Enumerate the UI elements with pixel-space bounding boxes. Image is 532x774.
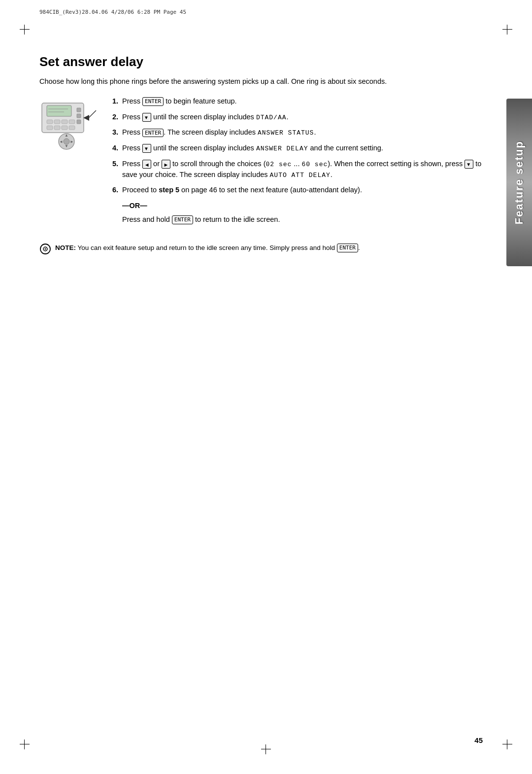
step-5-content: Press ◄ or ► to scroll through the choic… [122, 159, 483, 180]
center-bottom-mark [261, 744, 271, 754]
display-60sec: 60 sec [301, 161, 328, 168]
svg-rect-9 [54, 126, 60, 130]
corner-mark-tl [20, 25, 30, 35]
svg-rect-14 [77, 120, 81, 124]
note-section: NOTE: You can exit feature setup and ret… [39, 243, 394, 255]
svg-rect-6 [62, 120, 67, 124]
enter-key-note: ENTER [337, 244, 358, 252]
step-2-content: Press until the screen display includes … [122, 112, 483, 123]
display-dtad: DTAD/AA [256, 114, 287, 121]
note-label: NOTE: [55, 244, 76, 251]
enter-key-or: ENTER [172, 215, 193, 224]
step-4-number: 4. [108, 143, 118, 154]
or-text: Press and hold ENTER to return to the id… [122, 214, 483, 225]
step5-bold: step 5 [159, 186, 179, 194]
step-6: 6. Proceed to step 5 on page 46 to set t… [108, 185, 483, 196]
step-2: 2. Press until the screen display includ… [108, 112, 483, 123]
svg-rect-13 [77, 114, 81, 118]
right-arrow-btn: ► [162, 160, 170, 169]
svg-rect-8 [47, 126, 53, 130]
corner-mark-bl [20, 739, 30, 749]
down-arrow-btn-2 [142, 113, 151, 122]
down-arrow-btn-5 [465, 160, 473, 169]
svg-rect-5 [54, 120, 60, 124]
steps-list: 1. Press ENTER to begin feature setup. 2… [108, 96, 483, 180]
main-content: Set answer delay Choose how long this ph… [39, 54, 483, 255]
svg-line-22 [89, 110, 96, 118]
phone-image: ▲ ▼ ◄ ► [39, 98, 99, 157]
step-1: 1. Press ENTER to begin feature setup. [108, 96, 483, 107]
step-6-number: 6. [108, 185, 118, 196]
left-arrow-btn: ◄ [142, 160, 151, 169]
step-4-content: Press until the screen display includes … [122, 143, 483, 154]
feature-setup-sidebar: Feature setup [506, 99, 532, 266]
step-3-content: Press ENTER. The screen display includes… [122, 127, 483, 138]
step-5-number: 5. [108, 159, 118, 170]
enter-key-3: ENTER [142, 129, 164, 137]
svg-text:◄: ◄ [59, 140, 63, 144]
step-4: 4. Press until the screen display includ… [108, 143, 483, 154]
intro-text: Choose how long this phone rings before … [39, 76, 394, 87]
display-auto-att-delay: AUTO ATT DELAY [270, 172, 331, 179]
display-answer-status: ANSWER STATUS [258, 129, 314, 137]
step-2-number: 2. [108, 112, 118, 123]
corner-mark-br [502, 739, 512, 749]
page-number: 45 [474, 736, 483, 744]
step-5: 5. Press ◄ or ► to scroll through the ch… [108, 159, 483, 180]
corner-mark-tr [502, 25, 512, 35]
steps-section: 1. Press ENTER to begin feature setup. 2… [108, 96, 483, 233]
svg-point-25 [45, 248, 46, 249]
down-arrow-btn-4 [142, 144, 151, 153]
svg-text:▲: ▲ [65, 133, 68, 138]
file-info: 984CIB_(Rev3)28.04.06 4/28/06 6:28 PM Pa… [39, 9, 186, 15]
step-6-content: Proceed to step 5 on page 46 to set the … [122, 185, 483, 196]
display-02sec: 02 sec [266, 161, 292, 168]
step-1-number: 1. [108, 96, 118, 107]
step-3-number: 3. [108, 127, 118, 138]
svg-rect-4 [47, 120, 53, 124]
svg-rect-10 [62, 126, 67, 130]
content-with-image: ▲ ▼ ◄ ► 1. Pre [39, 96, 483, 233]
note-icon [39, 243, 51, 255]
svg-text:►: ► [70, 140, 74, 144]
note-text-content: NOTE: You can exit feature setup and ret… [55, 243, 394, 253]
svg-rect-12 [77, 108, 81, 112]
enter-key-1: ENTER [142, 97, 164, 106]
sidebar-label: Feature setup [513, 141, 526, 224]
or-divider: —OR— [122, 202, 483, 210]
svg-text:▼: ▼ [65, 144, 68, 148]
step-1-content: Press ENTER to begin feature setup. [122, 96, 483, 107]
step-3: 3. Press ENTER. The screen display inclu… [108, 127, 483, 138]
svg-rect-1 [47, 106, 71, 116]
page-title: Set answer delay [39, 54, 483, 70]
display-answer-delay: ANSWER DELAY [256, 145, 308, 152]
svg-rect-7 [69, 120, 75, 124]
svg-rect-11 [69, 126, 75, 130]
